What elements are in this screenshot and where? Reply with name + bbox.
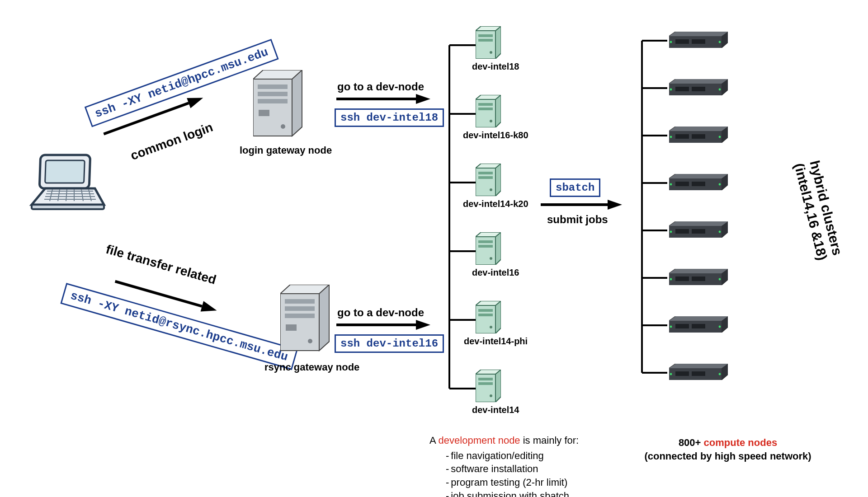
login-gateway-icon bbox=[253, 70, 303, 138]
svg-marker-17 bbox=[292, 70, 302, 136]
svg-point-59 bbox=[490, 120, 492, 122]
svg-marker-14 bbox=[187, 93, 205, 108]
svg-rect-103 bbox=[675, 39, 689, 44]
svg-point-36 bbox=[308, 339, 312, 343]
svg-point-161 bbox=[670, 373, 672, 375]
svg-rect-22 bbox=[259, 110, 269, 116]
svg-marker-27 bbox=[201, 301, 218, 315]
dev-node-label: dev-intel14 bbox=[472, 405, 519, 415]
rack-server-icon bbox=[669, 221, 728, 238]
svg-point-106 bbox=[719, 41, 721, 43]
rack-server-icon bbox=[669, 32, 728, 48]
rsync-gateway-label: rsync gateway node bbox=[264, 361, 359, 373]
rack-column bbox=[669, 32, 728, 380]
svg-rect-119 bbox=[675, 134, 689, 139]
svg-rect-33 bbox=[285, 306, 315, 311]
sbatch-command: sbatch bbox=[550, 178, 600, 197]
dev-node-label: dev-intel16 bbox=[472, 267, 519, 278]
dev-node-label: dev-intel18 bbox=[472, 61, 519, 72]
dev-server-icon bbox=[476, 164, 501, 196]
compute-nodes-info: 800+ compute nodes (connected by high sp… bbox=[628, 436, 827, 463]
info-lead-red: development node bbox=[439, 435, 520, 446]
svg-rect-64 bbox=[478, 172, 493, 174]
svg-rect-65 bbox=[478, 176, 493, 179]
info-item: software installation bbox=[446, 462, 624, 476]
svg-point-146 bbox=[719, 278, 721, 281]
rack-server-icon bbox=[669, 174, 728, 190]
svg-rect-111 bbox=[675, 87, 689, 91]
svg-point-87 bbox=[490, 394, 492, 397]
dev-server-icon bbox=[476, 95, 501, 127]
dev-server-icon bbox=[476, 370, 501, 402]
svg-rect-160 bbox=[692, 371, 705, 376]
rack-server-icon bbox=[669, 79, 728, 95]
svg-marker-142 bbox=[669, 269, 728, 273]
svg-marker-30 bbox=[319, 285, 329, 351]
compute-count: 800+ bbox=[679, 437, 704, 448]
svg-marker-62 bbox=[495, 164, 501, 196]
rack-server-icon bbox=[669, 316, 728, 333]
svg-rect-35 bbox=[286, 324, 297, 331]
dev-node-column: dev-intel18 dev-intel16-k80 bbox=[476, 26, 575, 438]
rack-server-icon bbox=[669, 127, 728, 143]
rack-server-icon bbox=[669, 269, 728, 285]
svg-marker-126 bbox=[669, 174, 728, 178]
svg-point-105 bbox=[670, 41, 672, 43]
ssh-dev16-command: ssh dev-intel16 bbox=[335, 334, 444, 353]
svg-point-23 bbox=[281, 124, 285, 129]
login-gateway-label: login gateway node bbox=[240, 145, 332, 156]
svg-marker-134 bbox=[669, 221, 728, 226]
svg-marker-89 bbox=[608, 200, 622, 210]
svg-rect-71 bbox=[478, 240, 493, 243]
svg-rect-144 bbox=[692, 277, 705, 281]
svg-point-114 bbox=[719, 89, 721, 91]
compute-nodes-line2: (connected by high speed network) bbox=[628, 450, 827, 463]
svg-rect-112 bbox=[692, 87, 705, 91]
svg-point-130 bbox=[719, 183, 721, 186]
svg-point-66 bbox=[490, 188, 492, 191]
svg-point-154 bbox=[719, 326, 721, 328]
laptop-icon bbox=[27, 151, 108, 215]
svg-rect-151 bbox=[675, 324, 689, 328]
svg-rect-20 bbox=[258, 92, 288, 96]
svg-rect-32 bbox=[285, 299, 315, 304]
svg-rect-136 bbox=[692, 229, 705, 234]
svg-rect-104 bbox=[692, 39, 705, 44]
info-lead-b: is mainly for: bbox=[520, 435, 579, 446]
rack-server-icon bbox=[669, 364, 728, 380]
svg-rect-58 bbox=[478, 108, 493, 110]
info-lead-a: A bbox=[429, 435, 439, 446]
hybrid-clusters-label: hybrid clusters (intel14,16 &18) bbox=[791, 158, 845, 262]
svg-marker-38 bbox=[416, 320, 430, 330]
svg-marker-55 bbox=[495, 95, 501, 127]
svg-point-153 bbox=[670, 326, 672, 328]
dev-node-label: dev-intel16-k80 bbox=[463, 130, 528, 141]
svg-point-73 bbox=[490, 257, 492, 260]
sbatch-arrow bbox=[539, 197, 625, 212]
svg-line-13 bbox=[104, 103, 189, 134]
info-item: file navigation/editing bbox=[446, 449, 624, 463]
svg-rect-72 bbox=[478, 245, 493, 248]
svg-rect-2 bbox=[32, 205, 104, 209]
svg-point-162 bbox=[719, 373, 721, 375]
info-item: program testing (2-hr limit) bbox=[446, 476, 624, 489]
svg-point-137 bbox=[670, 231, 672, 233]
go-dev-arrow-lower bbox=[335, 317, 434, 333]
info-item: job submission with sbatch bbox=[446, 489, 624, 497]
compute-nodes-red: compute nodes bbox=[704, 437, 778, 448]
go-dev-arrow-upper bbox=[335, 91, 434, 107]
dev-server-icon bbox=[476, 232, 501, 265]
svg-rect-21 bbox=[258, 99, 288, 103]
svg-marker-25 bbox=[416, 94, 430, 104]
svg-rect-86 bbox=[478, 382, 493, 385]
ssh-dev18-command: ssh dev-intel18 bbox=[335, 108, 444, 127]
svg-marker-48 bbox=[495, 26, 501, 59]
svg-rect-152 bbox=[692, 324, 705, 328]
svg-marker-150 bbox=[669, 316, 728, 321]
rsync-gateway-icon bbox=[280, 285, 330, 352]
dev-server-icon bbox=[476, 26, 501, 59]
svg-rect-120 bbox=[692, 134, 705, 139]
svg-marker-76 bbox=[495, 301, 501, 333]
svg-rect-34 bbox=[285, 314, 315, 318]
svg-marker-83 bbox=[495, 370, 501, 402]
